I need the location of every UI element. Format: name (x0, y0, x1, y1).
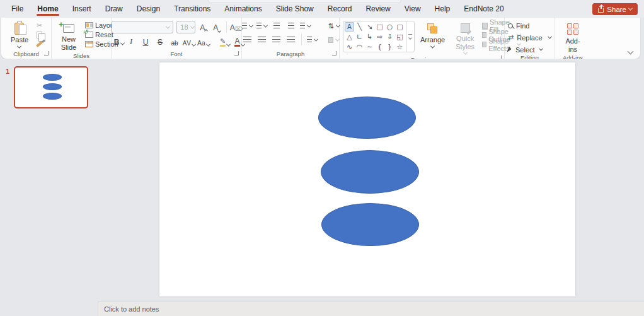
shape-elbow-arrow-icon[interactable]: ↳ (365, 32, 374, 42)
clipboard-dialog-launcher-icon[interactable] (44, 51, 49, 56)
grow-font-button[interactable]: A (198, 22, 209, 33)
line-spacing-icon (300, 23, 305, 30)
tab-draw[interactable]: Draw (99, 1, 129, 17)
tab-review[interactable]: Review (359, 1, 396, 17)
shape-elbow-connector-icon[interactable]: ∟ (355, 32, 364, 42)
arrange-icon (427, 23, 438, 34)
change-case-button[interactable]: Aa (198, 37, 209, 47)
shape-arc-icon[interactable]: ◠ (355, 42, 364, 52)
font-dialog-launcher-icon[interactable] (234, 51, 239, 56)
character-spacing-button[interactable]: AV (184, 37, 194, 47)
tab-design[interactable]: Design (130, 1, 166, 17)
decrease-indent-button[interactable] (271, 21, 282, 32)
shape-textbox-icon[interactable]: A (345, 22, 354, 32)
tab-insert[interactable]: Insert (66, 1, 98, 17)
shapes-gallery: A ╲ ↘ □ ○ ▢ △ ∟ ↳ ⇨ ⇩ ◱ ∿ ◠ ∼ { } (343, 21, 415, 52)
cut-button[interactable]: ✂ (34, 21, 45, 30)
paragraph-dialog-launcher-icon[interactable] (332, 51, 336, 56)
align-center-button[interactable] (256, 35, 267, 45)
font-size-select[interactable]: 18 (176, 21, 195, 33)
tab-endnote[interactable]: EndNote 20 (457, 1, 510, 17)
tab-view[interactable]: View (398, 1, 427, 17)
bold-button[interactable]: B (112, 37, 122, 47)
addins-icon (567, 23, 578, 35)
shape-triangle-icon[interactable]: △ (345, 32, 354, 42)
italic-button[interactable]: I (126, 37, 136, 47)
ellipse-shape-1[interactable] (318, 97, 416, 139)
shape-fill-icon (482, 23, 488, 28)
line-spacing-button[interactable] (300, 21, 311, 32)
shape-rectangle-icon[interactable]: □ (375, 22, 384, 32)
justify-button[interactable] (285, 35, 296, 45)
character-spacing-icon: AV (183, 40, 192, 47)
highlight-pen-icon: ✎ (220, 38, 226, 47)
ribbon: Paste ✂ Clipboard New Slide Layou (1, 18, 640, 59)
shape-curve-icon[interactable]: ∼ (365, 42, 374, 52)
shape-rounded-rectangle-icon[interactable]: ▢ (395, 22, 405, 32)
shapes-gallery-more-button[interactable] (406, 21, 414, 52)
paste-button[interactable]: Paste (8, 20, 32, 50)
shape-star-icon[interactable]: ☆ (395, 42, 405, 52)
chevron-down-icon (628, 6, 633, 11)
text-shadow-button[interactable]: ab (170, 37, 180, 47)
align-left-button[interactable] (242, 35, 253, 45)
ellipse-shape-2[interactable] (321, 150, 419, 194)
shrink-font-button[interactable]: A (212, 22, 222, 33)
replace-icon: ⇄ (508, 33, 514, 42)
font-color-icon: A (234, 37, 239, 47)
collapse-ribbon-icon[interactable] (628, 49, 634, 55)
align-right-button[interactable] (271, 35, 282, 45)
text-direction-button[interactable]: ⇅ (328, 21, 339, 32)
shape-left-brace-icon[interactable]: { (375, 42, 384, 52)
highlight-color-button[interactable]: ✎ (220, 37, 230, 47)
tab-animations[interactable]: Animations (218, 1, 268, 17)
new-slide-button[interactable]: New Slide (55, 20, 83, 52)
replace-button[interactable]: ⇄ Replace (508, 33, 551, 42)
drawing-group: A ╲ ↘ □ ○ ▢ △ ∟ ↳ ⇨ ⇩ ◱ ∿ ◠ ∼ { } (340, 18, 505, 59)
shape-corner-icon[interactable]: ◱ (395, 32, 405, 42)
columns-icon (307, 37, 312, 44)
arrange-button[interactable]: Arrange (417, 20, 448, 56)
shape-right-brace-icon[interactable]: } (385, 42, 394, 52)
bullets-button[interactable] (242, 21, 253, 32)
shape-oval-icon[interactable]: ○ (385, 22, 394, 32)
find-button[interactable]: Find (508, 21, 551, 30)
notes-placeholder: Click to add notes (104, 305, 159, 313)
share-button[interactable]: Share (592, 3, 638, 15)
shape-down-arrow-icon[interactable]: ⇩ (385, 32, 394, 42)
notes-pane[interactable]: Click to add notes (98, 301, 644, 316)
convert-smartart-button[interactable] (328, 35, 339, 45)
tab-transitions[interactable]: Transitions (168, 1, 217, 17)
clipboard-group-label: Clipboard (13, 50, 39, 57)
shape-freeform-icon[interactable]: ∿ (345, 42, 354, 52)
copy-button[interactable] (34, 30, 45, 40)
arrange-label: Arrange (420, 36, 445, 44)
slides-group: New Slide Layout Reset Section (52, 18, 112, 59)
tab-slide-show[interactable]: Slide Show (270, 1, 320, 17)
tab-home[interactable]: Home (31, 1, 64, 17)
shape-right-arrow-icon[interactable]: ⇨ (375, 32, 384, 42)
tab-help[interactable]: Help (428, 1, 457, 17)
tab-record[interactable]: Record (321, 1, 359, 17)
shape-line-icon[interactable]: ╲ (355, 22, 364, 32)
slide-thumbnail[interactable] (14, 66, 88, 108)
columns-button[interactable] (307, 35, 318, 45)
clear-formatting-button[interactable]: A⌦ (231, 22, 241, 33)
find-label: Find (516, 22, 529, 30)
select-button[interactable]: Select (508, 45, 551, 54)
slide-canvas[interactable] (159, 62, 575, 296)
paragraph-group: ⇅ Paragraph (242, 18, 340, 59)
ellipse-shape-3[interactable] (321, 203, 419, 246)
underline-button[interactable]: U (141, 37, 151, 47)
increase-indent-button[interactable] (285, 21, 296, 32)
quick-styles-button[interactable]: Quick Styles (451, 20, 480, 56)
decrease-indent-icon (273, 23, 280, 30)
font-name-select[interactable] (112, 21, 173, 33)
find-icon (508, 23, 513, 28)
shape-arrow-icon[interactable]: ↘ (365, 22, 374, 32)
addins-button[interactable]: Add-ins (558, 20, 587, 54)
ribbon-tab-bar: File Home Insert Draw Design Transitions… (5, 0, 510, 18)
tab-file[interactable]: File (5, 1, 30, 17)
strikethrough-button[interactable]: S (155, 37, 165, 47)
numbering-button[interactable] (256, 21, 267, 32)
